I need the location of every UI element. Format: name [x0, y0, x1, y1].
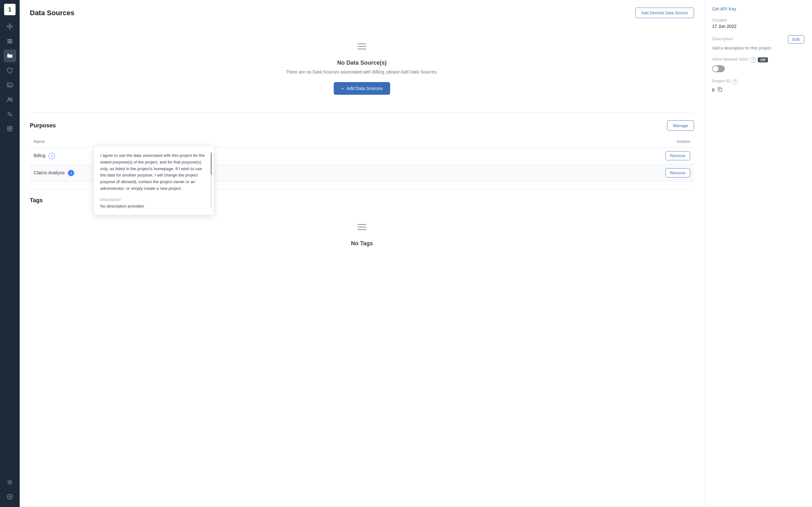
created-label: Created — [712, 18, 804, 22]
svg-rect-1 — [7, 41, 12, 42]
svg-rect-15 — [719, 89, 722, 91]
sidebar-item-settings[interactable] — [3, 476, 16, 489]
tooltip-description-label: Description — [100, 197, 207, 202]
project-id-row: 6 — [712, 87, 804, 94]
page-title: Data Sources — [30, 9, 74, 17]
svg-rect-2 — [7, 43, 12, 43]
right-panel: Get API Key Created 17 Jun 2022 Descript… — [704, 0, 812, 507]
add-data-sources-button[interactable]: + Add Data Sources — [334, 82, 390, 95]
billing-remove-button[interactable]: Remove — [665, 151, 690, 160]
svg-rect-11 — [357, 49, 366, 49]
tags-list-icon — [30, 222, 694, 235]
sidebar-item-plus-circle[interactable] — [3, 491, 16, 503]
description-label: Description — [712, 37, 733, 41]
claims-actions-cell: Remove — [426, 164, 694, 181]
list-icon — [30, 41, 694, 55]
created-value: 17 Jun 2022 — [712, 24, 804, 29]
sidebar-item-layers[interactable] — [3, 35, 16, 48]
tooltip-text: I agree to use the data associated with … — [100, 153, 207, 192]
main-content: Data Sources Add Derived Data Source No … — [20, 0, 812, 507]
divider-1 — [30, 112, 694, 113]
center-panel: Data Sources Add Derived Data Source No … — [20, 0, 704, 507]
empty-state-description: There are no Data Sources associated wit… — [30, 69, 694, 74]
sidebar-item-terminal[interactable] — [3, 78, 16, 91]
tooltip-scrollbar-thumb — [211, 153, 212, 175]
sidebar-item-shield[interactable] — [3, 64, 16, 77]
allow-masked-joins-label: Allow Masked Joins — [712, 57, 748, 61]
tags-empty-state: No Tags — [30, 209, 694, 260]
toggle-container — [712, 65, 804, 72]
tooltip-description-value: No description provided. — [100, 204, 207, 209]
allow-masked-joins-section: Allow Masked Joins ? Off — [712, 57, 804, 72]
description-section-header: Description Edit — [712, 35, 804, 44]
sidebar-logo[interactable]: 1 — [4, 4, 15, 15]
purpose-tooltip-popup: I agree to use the data associated with … — [94, 146, 214, 215]
manage-purposes-button[interactable]: Manage — [667, 120, 694, 131]
empty-state: No Data Source(s) There are no Data Sour… — [30, 28, 694, 105]
get-api-key-link[interactable]: Get API Key — [712, 6, 736, 11]
sidebar-item-users[interactable] — [3, 93, 16, 106]
svg-rect-0 — [7, 39, 12, 40]
svg-point-4 — [8, 98, 10, 100]
description-value: Add a description for this project. — [712, 46, 804, 50]
project-id-label: Project ID — [712, 78, 730, 83]
project-id-help-icon[interactable]: ? — [732, 79, 738, 84]
allow-masked-joins-toggle[interactable] — [712, 65, 725, 72]
svg-rect-14 — [357, 229, 366, 230]
tooltip-scrollbar[interactable] — [211, 153, 212, 209]
plus-icon: + — [341, 86, 344, 91]
edit-description-button[interactable]: Edit — [788, 35, 804, 44]
svg-point-7 — [9, 481, 11, 483]
svg-rect-9 — [357, 43, 366, 44]
project-id-section: Project ID ? 6 — [712, 78, 804, 94]
empty-state-title: No Data Source(s) — [30, 60, 694, 66]
billing-actions-cell: Remove — [426, 147, 694, 164]
page-header: Data Sources Add Derived Data Source — [30, 8, 694, 18]
col-name: Name — [30, 136, 426, 147]
masked-joins-badge: Off — [758, 57, 768, 62]
sidebar: 1 ➕ — [0, 0, 20, 507]
sidebar-item-key[interactable] — [3, 108, 16, 120]
copy-project-id-button[interactable] — [717, 87, 723, 94]
svg-rect-13 — [357, 227, 366, 228]
claims-remove-button[interactable]: Remove — [665, 168, 690, 177]
sidebar-item-folder[interactable] — [3, 49, 16, 62]
svg-rect-12 — [357, 224, 366, 225]
claims-info-icon[interactable]: i — [68, 170, 74, 176]
masked-joins-help-icon[interactable]: ? — [750, 57, 756, 63]
col-actions: Actions — [426, 136, 694, 147]
tags-title: Tags — [30, 197, 43, 204]
project-id-value: 6 — [712, 88, 715, 93]
svg-rect-10 — [357, 46, 366, 47]
purposes-header: Purposes Manage — [30, 120, 694, 131]
no-tags-title: No Tags — [30, 240, 694, 247]
purpose-name-claims: Claims Analysis i — [30, 164, 426, 181]
sidebar-item-requests[interactable] — [3, 122, 16, 135]
billing-info-icon[interactable]: i — [49, 153, 55, 159]
purposes-title: Purposes — [30, 122, 56, 129]
purpose-name-billing: Billing i — [30, 147, 426, 164]
sidebar-item-add[interactable]: ➕ — [3, 20, 16, 33]
add-derived-data-source-button[interactable]: Add Derived Data Source — [635, 8, 694, 18]
